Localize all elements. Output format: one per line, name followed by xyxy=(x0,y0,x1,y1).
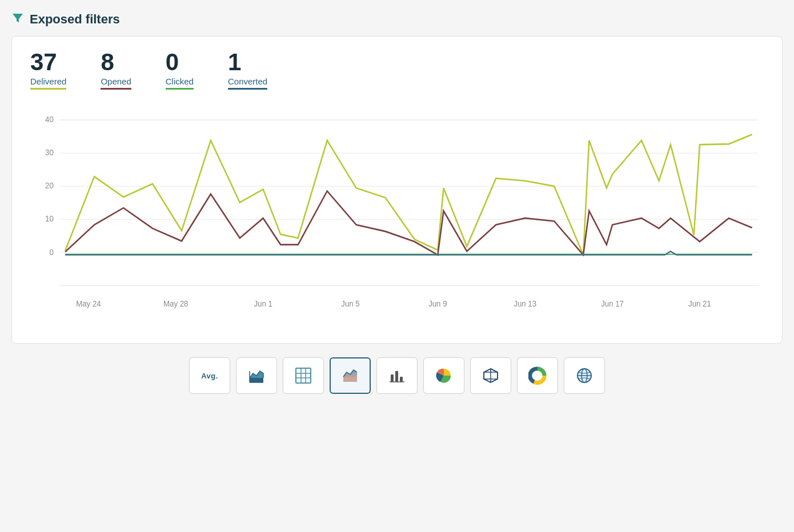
svg-rect-30 xyxy=(395,371,398,382)
svg-marker-27 xyxy=(343,370,357,381)
svg-text:20: 20 xyxy=(45,182,54,190)
opened-label: Opened xyxy=(101,76,131,90)
table-icon xyxy=(294,366,312,385)
svg-text:Jun 5: Jun 5 xyxy=(341,300,359,308)
svg-rect-29 xyxy=(391,374,394,382)
globe-icon xyxy=(575,366,594,385)
opened-value: 8 xyxy=(101,50,114,74)
svg-text:10: 10 xyxy=(45,215,54,223)
clicked-value: 0 xyxy=(166,50,179,74)
avg-label: Avg. xyxy=(201,372,218,380)
bar-chart-icon xyxy=(388,366,406,385)
globe-button[interactable] xyxy=(564,357,605,394)
svg-text:May 24: May 24 xyxy=(76,300,101,308)
svg-text:Jun 21: Jun 21 xyxy=(688,300,711,308)
avg-button[interactable]: Avg. xyxy=(189,357,230,394)
chart-card: 37 Delivered 8 Opened 0 Clicked 1 Conver… xyxy=(11,36,783,344)
svg-rect-22 xyxy=(296,368,311,383)
page-header: Exposed filters xyxy=(11,11,783,27)
metrics-row: 37 Delivered 8 Opened 0 Clicked 1 Conver… xyxy=(30,50,764,90)
clicked-label: Clicked xyxy=(166,76,194,90)
donut-button[interactable] xyxy=(517,357,558,394)
svg-text:Jun 1: Jun 1 xyxy=(254,300,272,308)
metric-opened[interactable]: 8 Opened xyxy=(101,50,131,90)
svg-text:Jun 13: Jun 13 xyxy=(514,300,536,308)
line-area-icon xyxy=(341,366,359,385)
metric-delivered[interactable]: 37 Delivered xyxy=(30,50,66,90)
metric-converted[interactable]: 1 Converted xyxy=(228,50,267,90)
3d-button[interactable] xyxy=(470,357,511,394)
svg-text:0: 0 xyxy=(49,248,53,256)
converted-value: 1 xyxy=(228,50,241,74)
toolbar: Avg. xyxy=(11,357,783,394)
svg-text:Jun 9: Jun 9 xyxy=(428,300,447,308)
filter-icon xyxy=(11,11,24,27)
bar-chart-button[interactable] xyxy=(376,357,418,394)
area-chart-icon xyxy=(247,366,266,385)
svg-rect-19 xyxy=(250,378,263,382)
svg-text:Jun 17: Jun 17 xyxy=(601,300,624,308)
delivered-label: Delivered xyxy=(30,76,66,90)
svg-text:40: 40 xyxy=(45,115,54,124)
line-area-button[interactable] xyxy=(330,357,371,394)
donut-icon xyxy=(528,366,547,385)
page-title: Exposed filters xyxy=(30,12,120,27)
svg-text:30: 30 xyxy=(45,148,54,157)
table-button[interactable] xyxy=(283,357,324,394)
3d-icon xyxy=(482,366,500,385)
metric-clicked[interactable]: 0 Clicked xyxy=(166,50,194,90)
delivered-value: 37 xyxy=(30,50,57,74)
chart-svg: 40 30 20 10 0 May 24 May 28 Jun 1 Jun 5 … xyxy=(30,108,764,325)
svg-rect-31 xyxy=(400,377,403,382)
chart-area: 40 30 20 10 0 May 24 May 28 Jun 1 Jun 5 … xyxy=(30,108,764,325)
pie-chart-icon xyxy=(435,366,453,385)
svg-text:May 28: May 28 xyxy=(163,300,188,308)
svg-point-42 xyxy=(578,369,591,382)
area-chart-button[interactable] xyxy=(236,357,277,394)
pie-chart-button[interactable] xyxy=(423,357,464,394)
converted-label: Converted xyxy=(228,76,267,90)
